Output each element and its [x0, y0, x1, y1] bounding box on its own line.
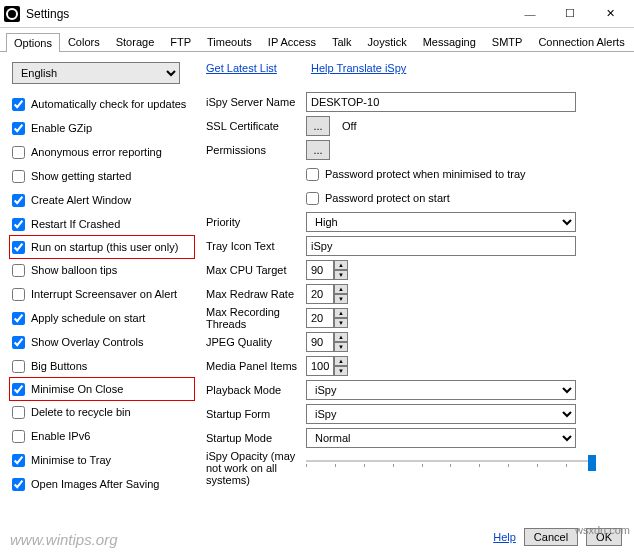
startup-form-label: Startup Form	[206, 408, 306, 420]
auto-update-label: Automatically check for updates	[31, 98, 186, 110]
startup-mode-label: Startup Mode	[206, 432, 306, 444]
server-name-label: iSpy Server Name	[206, 96, 306, 108]
max-redraw-label: Max Redraw Rate	[206, 288, 306, 300]
jpeg-up[interactable]: ▲	[334, 332, 348, 342]
pw-start-checkbox[interactable]	[306, 192, 319, 205]
get-latest-link[interactable]: Get Latest List	[206, 62, 277, 74]
tab-storage[interactable]: Storage	[108, 32, 163, 51]
close-button[interactable]: ✕	[590, 1, 630, 27]
tab-talk[interactable]: Talk	[324, 32, 360, 51]
anon-err-checkbox[interactable]	[12, 146, 25, 159]
tab-ip-access[interactable]: IP Access	[260, 32, 324, 51]
big-buttons-checkbox[interactable]	[12, 360, 25, 373]
restart-crash-label: Restart If Crashed	[31, 218, 120, 230]
ssl-label: SSL Certificate	[206, 120, 306, 132]
maximize-button[interactable]: ☐	[550, 1, 590, 27]
tab-connection-alerts[interactable]: Connection Alerts	[530, 32, 632, 51]
tab-options[interactable]: Options	[6, 33, 60, 52]
anon-err-label: Anonymous error reporting	[31, 146, 162, 158]
max-redraw-input[interactable]	[306, 284, 334, 304]
getting-started-label: Show getting started	[31, 170, 131, 182]
ssl-off-text: Off	[342, 120, 356, 132]
recycle-label: Delete to recycle bin	[31, 406, 131, 418]
server-name-input[interactable]	[306, 92, 576, 112]
interrupt-ss-checkbox[interactable]	[12, 288, 25, 301]
max-cpu-label: Max CPU Target	[206, 264, 306, 276]
ipv6-checkbox[interactable]	[12, 430, 25, 443]
playback-label: Playback Mode	[206, 384, 306, 396]
recycle-checkbox[interactable]	[12, 406, 25, 419]
watermark2: wsxdn.com	[575, 524, 630, 536]
media-items-up[interactable]: ▲	[334, 356, 348, 366]
max-cpu-input[interactable]	[306, 260, 334, 280]
apply-sched-checkbox[interactable]	[12, 312, 25, 325]
gzip-label: Enable GZip	[31, 122, 92, 134]
priority-label: Priority	[206, 216, 306, 228]
pw-min-tray-label: Password protect when minimised to tray	[325, 168, 526, 180]
run-startup-label: Run on startup (this user only)	[31, 241, 178, 253]
titlebar: Settings — ☐ ✕	[0, 0, 634, 28]
getting-started-checkbox[interactable]	[12, 170, 25, 183]
watermark: www.wintips.org	[10, 531, 118, 548]
jpeg-down[interactable]: ▼	[334, 342, 348, 352]
tray-text-input[interactable]	[306, 236, 576, 256]
opacity-label: iSpy Opacity (may not work on all system…	[206, 450, 306, 486]
cancel-button[interactable]: Cancel	[524, 528, 578, 546]
playback-select[interactable]: iSpy	[306, 380, 576, 400]
tab-joystick[interactable]: Joystick	[360, 32, 415, 51]
minimise-close-checkbox[interactable]	[12, 383, 25, 396]
tab-messaging[interactable]: Messaging	[415, 32, 484, 51]
overlay-label: Show Overlay Controls	[31, 336, 144, 348]
ipv6-label: Enable IPv6	[31, 430, 90, 442]
minimise-close-label: Minimise On Close	[31, 383, 123, 395]
max-rec-input[interactable]	[306, 308, 334, 328]
alert-window-checkbox[interactable]	[12, 194, 25, 207]
help-link[interactable]: Help	[493, 531, 516, 543]
max-rec-down[interactable]: ▼	[334, 318, 348, 328]
balloon-checkbox[interactable]	[12, 264, 25, 277]
permissions-label: Permissions	[206, 144, 306, 156]
big-buttons-label: Big Buttons	[31, 360, 87, 372]
tray-text-label: Tray Icon Text	[206, 240, 306, 252]
gzip-checkbox[interactable]	[12, 122, 25, 135]
tab-smtp[interactable]: SMTP	[484, 32, 531, 51]
min-tray-checkbox[interactable]	[12, 454, 25, 467]
opacity-slider[interactable]	[306, 450, 596, 467]
jpeg-input[interactable]	[306, 332, 334, 352]
media-items-down[interactable]: ▼	[334, 366, 348, 376]
max-rec-up[interactable]: ▲	[334, 308, 348, 318]
run-startup-checkbox[interactable]	[12, 241, 25, 254]
tab-strip: Options Colors Storage FTP Timeouts IP A…	[0, 28, 634, 52]
tab-colors[interactable]: Colors	[60, 32, 108, 51]
alert-window-label: Create Alert Window	[31, 194, 131, 206]
max-redraw-up[interactable]: ▲	[334, 284, 348, 294]
translate-link[interactable]: Help Translate iSpy	[311, 62, 406, 74]
open-after-save-checkbox[interactable]	[12, 478, 25, 491]
media-items-label: Media Panel Items	[206, 360, 306, 372]
auto-update-checkbox[interactable]	[12, 98, 25, 111]
window-title: Settings	[26, 7, 510, 21]
media-items-input[interactable]	[306, 356, 334, 376]
tab-timeouts[interactable]: Timeouts	[199, 32, 260, 51]
pw-start-label: Password protect on start	[325, 192, 450, 204]
ssl-browse-button[interactable]: ...	[306, 116, 330, 136]
tab-ftp[interactable]: FTP	[162, 32, 199, 51]
startup-mode-select[interactable]: Normal	[306, 428, 576, 448]
startup-form-select[interactable]: iSpy	[306, 404, 576, 424]
max-rec-label: Max Recording Threads	[206, 306, 306, 330]
overlay-checkbox[interactable]	[12, 336, 25, 349]
pw-min-tray-checkbox[interactable]	[306, 168, 319, 181]
max-redraw-down[interactable]: ▼	[334, 294, 348, 304]
max-cpu-up[interactable]: ▲	[334, 260, 348, 270]
jpeg-label: JPEG Quality	[206, 336, 306, 348]
restart-crash-checkbox[interactable]	[12, 218, 25, 231]
apply-sched-label: Apply schedule on start	[31, 312, 145, 324]
minimize-button[interactable]: —	[510, 1, 550, 27]
open-after-save-label: Open Images After Saving	[31, 478, 159, 490]
app-icon	[4, 6, 20, 22]
language-select[interactable]: English	[12, 62, 180, 84]
slider-thumb-icon[interactable]	[588, 455, 596, 471]
max-cpu-down[interactable]: ▼	[334, 270, 348, 280]
priority-select[interactable]: High	[306, 212, 576, 232]
permissions-button[interactable]: ...	[306, 140, 330, 160]
